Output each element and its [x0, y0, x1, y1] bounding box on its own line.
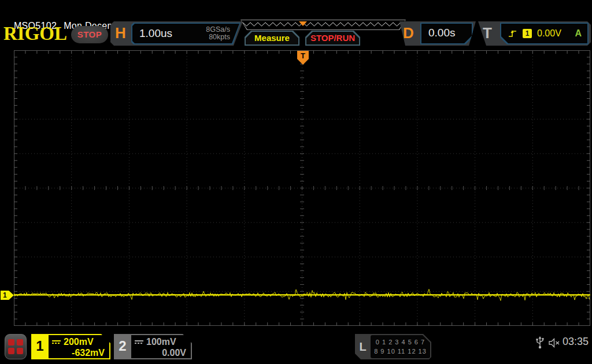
logic-row2: 8 9 10 11 12 13 14 15 — [371, 347, 430, 364]
stop-run-button[interactable]: STOP/RUN — [305, 31, 360, 46]
channel2-status-block[interactable]: 2 100mV 0.00V — [114, 334, 192, 359]
menu-grid-button[interactable] — [5, 334, 27, 359]
channel1-status-block[interactable]: 1 200mV -632mV — [31, 334, 110, 359]
titlebar: MSO5102Mon December 22 03:35:25 2025 — [0, 0, 592, 17]
status-bar: 1 200mV -632mV 2 100mV 0.00V L — [0, 329, 592, 364]
delay-box[interactable]: 0.00s — [420, 23, 473, 44]
channel1-scale: 200mV — [64, 336, 94, 347]
measure-button[interactable]: Measure — [245, 31, 299, 46]
delay-settings-group[interactable]: D 0.00s — [398, 21, 476, 46]
delay-value: 0.00s — [421, 24, 472, 43]
trigger-label: T — [483, 21, 492, 46]
logic-row1: 0 1 2 3 4 5 6 7 — [371, 337, 430, 347]
rising-edge-trigger-icon — [508, 29, 517, 38]
horizontal-settings-group[interactable]: H 1.00us 8GSa/s 80kpts — [110, 21, 243, 46]
trigger-settings-group[interactable]: T 1 0.00V A — [478, 21, 591, 46]
channel1-offset: -632mV — [52, 347, 105, 358]
trigger-box[interactable]: 1 0.00V A — [500, 23, 589, 44]
logic-label: L — [355, 334, 371, 359]
delay-label: D — [403, 21, 414, 46]
logic-channels-block[interactable]: L 0 1 2 3 4 5 6 7 8 9 10 11 12 13 14 15 — [355, 334, 431, 359]
channel1-number: 1 — [31, 334, 49, 359]
trigger-mode: A — [575, 28, 582, 39]
run-state-badge[interactable]: STOP — [71, 26, 108, 43]
channel2-number: 2 — [114, 334, 131, 359]
channel2-scale: 100mV — [146, 336, 176, 347]
timebase-box[interactable]: 1.00us 8GSa/s 80kpts — [131, 23, 240, 44]
rigol-logo: RIGOL — [3, 23, 67, 44]
measure-button-label: Measure — [245, 31, 299, 46]
horizontal-label: H — [115, 21, 126, 46]
clock-text: 03:35 — [563, 336, 589, 348]
dc-coupling-icon — [52, 340, 61, 344]
acquisition-preview-strip[interactable] — [240, 20, 406, 30]
usb-icon — [535, 336, 545, 350]
menu-grid-icon — [8, 339, 14, 346]
trigger-level-value: 0.00V — [537, 28, 561, 39]
trigger-source-badge: 1 — [523, 29, 532, 38]
sound-muted-icon[interactable] — [548, 338, 560, 348]
channel1-level-tag[interactable]: 1 — [1, 291, 14, 300]
memory-depth: 80kpts — [206, 34, 230, 41]
waveform-preview-icon — [241, 20, 405, 29]
oscilloscope-screen: MSO5102Mon December 22 03:35:25 2025 RIG… — [0, 0, 592, 364]
graticule — [14, 50, 590, 326]
timebase-value: 1.00us — [139, 27, 172, 40]
waveform-display-area — [14, 50, 590, 326]
channel2-offset: 0.00V — [135, 347, 186, 358]
dc-coupling-icon — [135, 340, 143, 344]
stop-run-button-label: STOP/RUN — [305, 31, 360, 46]
